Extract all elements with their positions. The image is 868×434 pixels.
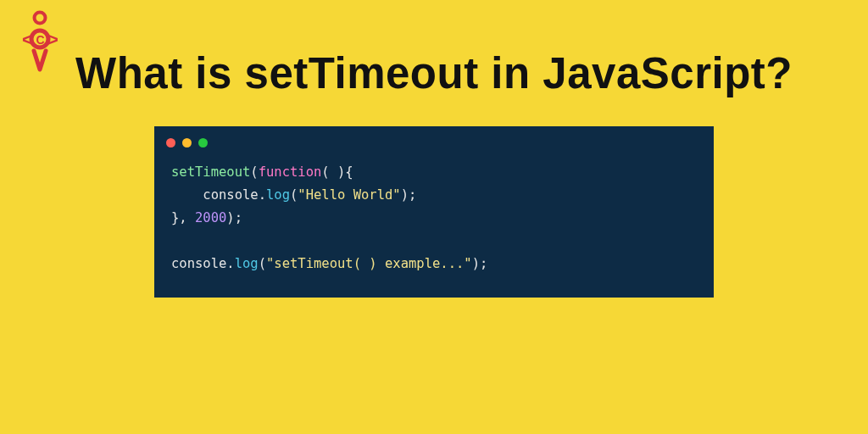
code-token: "setTimeout( ) example..." [266, 256, 472, 271]
code-token: console [171, 256, 226, 271]
code-token: ( ){ [321, 164, 353, 180]
svg-text:>: > [47, 29, 58, 50]
code-token: ( [259, 256, 266, 271]
code-token: }, [171, 210, 195, 225]
close-dot-icon [166, 138, 175, 147]
code-window: setTimeout(function( ){ console.log("Hel… [154, 126, 714, 298]
code-token [171, 187, 203, 203]
code-token: ); [226, 210, 242, 225]
window-traffic-lights [154, 136, 714, 161]
page-title: What is setTimeout in JavaScript? [0, 0, 868, 99]
code-token: ); [401, 187, 417, 203]
code-token: "Hello World" [298, 187, 400, 203]
svg-point-0 [35, 13, 46, 24]
code-token: console [203, 187, 258, 203]
code-token: 2000 [195, 210, 226, 225]
code-token: ( [250, 164, 258, 180]
code-block: setTimeout(function( ){ console.log("Hel… [154, 161, 714, 276]
code-token: function [259, 164, 322, 180]
code-token: ); [472, 256, 488, 271]
minimize-dot-icon [182, 138, 192, 147]
code-token: setTimeout [171, 164, 250, 180]
maximize-dot-icon [198, 138, 208, 147]
svg-text:C: C [36, 33, 45, 47]
code-token: log [266, 187, 290, 203]
code-token: . [259, 187, 266, 203]
code-token: ( [290, 187, 298, 203]
code-token: log [235, 256, 259, 271]
oca-logo: < C > [17, 10, 63, 80]
code-token: . [226, 256, 234, 271]
